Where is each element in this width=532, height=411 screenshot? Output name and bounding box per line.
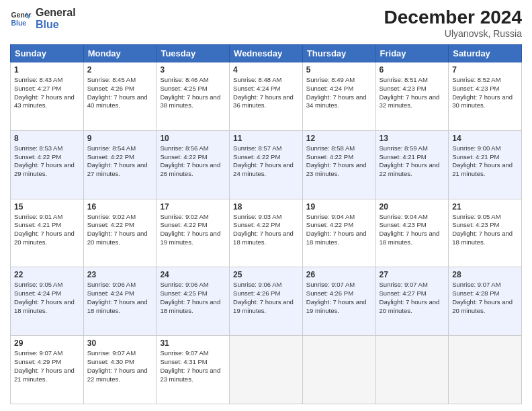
table-row: 25Sunrise: 9:06 AMSunset: 4:26 PMDayligh… (230, 267, 303, 336)
day-number: 5 (306, 65, 372, 75)
day-number: 24 (160, 270, 226, 279)
day-number: 1 (14, 65, 80, 75)
day-info: Sunrise: 8:48 AMSunset: 4:24 PMDaylight:… (233, 76, 299, 110)
table-row: 24Sunrise: 9:06 AMSunset: 4:25 PMDayligh… (157, 267, 230, 336)
day-info: Sunrise: 8:56 AMSunset: 4:22 PMDaylight:… (160, 144, 226, 179)
table-row: 22Sunrise: 9:05 AMSunset: 4:24 PMDayligh… (11, 267, 84, 336)
calendar-table: Sunday Monday Tuesday Wednesday Thursday… (10, 44, 522, 404)
day-info: Sunrise: 9:05 AMSunset: 4:24 PMDaylight:… (14, 281, 80, 315)
day-number: 28 (452, 270, 518, 279)
table-row: 19Sunrise: 9:04 AMSunset: 4:22 PMDayligh… (302, 199, 375, 267)
col-friday: Friday (375, 45, 449, 62)
table-row: 26Sunrise: 9:07 AMSunset: 4:26 PMDayligh… (302, 267, 375, 336)
table-row: 14Sunrise: 9:00 AMSunset: 4:21 PMDayligh… (449, 130, 522, 199)
table-row: 29Sunrise: 9:07 AMSunset: 4:29 PMDayligh… (11, 336, 84, 404)
table-row: 11Sunrise: 8:57 AMSunset: 4:22 PMDayligh… (230, 130, 303, 199)
table-row: 13Sunrise: 8:59 AMSunset: 4:21 PMDayligh… (375, 130, 449, 199)
table-row: 15Sunrise: 9:01 AMSunset: 4:21 PMDayligh… (11, 199, 84, 267)
day-number: 18 (233, 202, 299, 212)
day-number: 25 (233, 270, 299, 279)
col-monday: Monday (83, 45, 157, 62)
day-number: 16 (87, 202, 153, 212)
day-info: Sunrise: 9:07 AMSunset: 4:28 PMDaylight:… (452, 281, 518, 315)
day-number: 31 (160, 338, 226, 348)
table-row: 16Sunrise: 9:02 AMSunset: 4:22 PMDayligh… (83, 199, 157, 267)
table-row: 5Sunrise: 8:49 AMSunset: 4:24 PMDaylight… (302, 62, 375, 131)
table-row: 6Sunrise: 8:51 AMSunset: 4:23 PMDaylight… (375, 62, 449, 131)
page: General Blue General Blue December 2024 … (0, 0, 532, 411)
header: General Blue General Blue December 2024 … (10, 7, 522, 39)
table-row: 23Sunrise: 9:06 AMSunset: 4:24 PMDayligh… (83, 267, 157, 336)
col-sunday: Sunday (11, 45, 84, 62)
logo: General Blue General Blue (10, 7, 76, 30)
day-info: Sunrise: 9:07 AMSunset: 4:29 PMDaylight:… (14, 349, 80, 383)
calendar-row: 15Sunrise: 9:01 AMSunset: 4:21 PMDayligh… (11, 199, 522, 267)
day-number: 13 (380, 134, 445, 143)
day-info: Sunrise: 8:45 AMSunset: 4:26 PMDaylight:… (87, 76, 153, 110)
day-number: 17 (160, 202, 226, 212)
day-number: 15 (14, 202, 80, 212)
day-info: Sunrise: 8:54 AMSunset: 4:22 PMDaylight:… (87, 144, 153, 179)
day-number: 30 (87, 338, 153, 348)
table-row: 3Sunrise: 8:46 AMSunset: 4:25 PMDaylight… (157, 62, 230, 131)
logo-text: General Blue (36, 7, 76, 30)
logo-icon: General Blue (10, 8, 32, 30)
col-wednesday: Wednesday (230, 45, 303, 62)
day-info: Sunrise: 9:06 AMSunset: 4:25 PMDaylight:… (160, 281, 226, 315)
day-number: 3 (160, 65, 226, 75)
col-tuesday: Tuesday (157, 45, 230, 62)
day-info: Sunrise: 9:06 AMSunset: 4:26 PMDaylight:… (233, 281, 299, 315)
day-number: 21 (452, 202, 518, 212)
table-row: 8Sunrise: 8:53 AMSunset: 4:22 PMDaylight… (11, 130, 84, 199)
table-row: 12Sunrise: 8:58 AMSunset: 4:22 PMDayligh… (302, 130, 375, 199)
table-row: 9Sunrise: 8:54 AMSunset: 4:22 PMDaylight… (83, 130, 157, 199)
day-info: Sunrise: 9:05 AMSunset: 4:23 PMDaylight:… (452, 213, 518, 247)
day-number: 29 (14, 338, 80, 348)
day-number: 12 (306, 134, 372, 143)
title-block: December 2024 Ulyanovsk, Russia (384, 7, 522, 39)
table-row: 10Sunrise: 8:56 AMSunset: 4:22 PMDayligh… (157, 130, 230, 199)
table-row: 18Sunrise: 9:03 AMSunset: 4:22 PMDayligh… (230, 199, 303, 267)
day-number: 26 (306, 270, 372, 279)
day-number: 27 (380, 270, 445, 279)
day-number: 7 (452, 65, 518, 75)
day-number: 14 (452, 134, 518, 143)
location: Ulyanovsk, Russia (384, 28, 522, 39)
day-info: Sunrise: 9:01 AMSunset: 4:21 PMDaylight:… (14, 213, 80, 247)
day-info: Sunrise: 9:07 AMSunset: 4:31 PMDaylight:… (160, 349, 226, 383)
day-info: Sunrise: 9:02 AMSunset: 4:22 PMDaylight:… (87, 213, 153, 247)
table-row (449, 336, 522, 404)
day-info: Sunrise: 8:51 AMSunset: 4:23 PMDaylight:… (380, 76, 445, 110)
table-row: 20Sunrise: 9:04 AMSunset: 4:23 PMDayligh… (375, 199, 449, 267)
day-number: 10 (160, 134, 226, 143)
day-info: Sunrise: 8:57 AMSunset: 4:22 PMDaylight:… (233, 144, 299, 179)
day-info: Sunrise: 9:03 AMSunset: 4:22 PMDaylight:… (233, 213, 299, 247)
table-row: 21Sunrise: 9:05 AMSunset: 4:23 PMDayligh… (449, 199, 522, 267)
table-row: 31Sunrise: 9:07 AMSunset: 4:31 PMDayligh… (157, 336, 230, 404)
calendar-row: 8Sunrise: 8:53 AMSunset: 4:22 PMDaylight… (11, 130, 522, 199)
table-row (302, 336, 375, 404)
day-info: Sunrise: 8:53 AMSunset: 4:22 PMDaylight:… (14, 144, 80, 179)
day-number: 22 (14, 270, 80, 279)
table-row: 27Sunrise: 9:07 AMSunset: 4:27 PMDayligh… (375, 267, 449, 336)
day-number: 11 (233, 134, 299, 143)
table-row: 4Sunrise: 8:48 AMSunset: 4:24 PMDaylight… (230, 62, 303, 131)
day-info: Sunrise: 9:04 AMSunset: 4:22 PMDaylight:… (306, 213, 372, 247)
table-row: 28Sunrise: 9:07 AMSunset: 4:28 PMDayligh… (449, 267, 522, 336)
day-info: Sunrise: 9:06 AMSunset: 4:24 PMDaylight:… (87, 281, 153, 315)
day-info: Sunrise: 8:43 AMSunset: 4:27 PMDaylight:… (14, 76, 80, 110)
day-number: 6 (380, 65, 445, 75)
day-number: 8 (14, 134, 80, 143)
day-number: 9 (87, 134, 153, 143)
day-info: Sunrise: 9:07 AMSunset: 4:30 PMDaylight:… (87, 349, 153, 383)
calendar-row: 22Sunrise: 9:05 AMSunset: 4:24 PMDayligh… (11, 267, 522, 336)
day-info: Sunrise: 9:04 AMSunset: 4:23 PMDaylight:… (380, 213, 445, 247)
header-row: Sunday Monday Tuesday Wednesday Thursday… (11, 45, 522, 62)
table-row: 1Sunrise: 8:43 AMSunset: 4:27 PMDaylight… (11, 62, 84, 131)
table-row (375, 336, 449, 404)
day-number: 19 (306, 202, 372, 212)
table-row: 2Sunrise: 8:45 AMSunset: 4:26 PMDaylight… (83, 62, 157, 131)
day-info: Sunrise: 8:49 AMSunset: 4:24 PMDaylight:… (306, 76, 372, 110)
table-row: 7Sunrise: 8:52 AMSunset: 4:23 PMDaylight… (449, 62, 522, 131)
day-number: 4 (233, 65, 299, 75)
